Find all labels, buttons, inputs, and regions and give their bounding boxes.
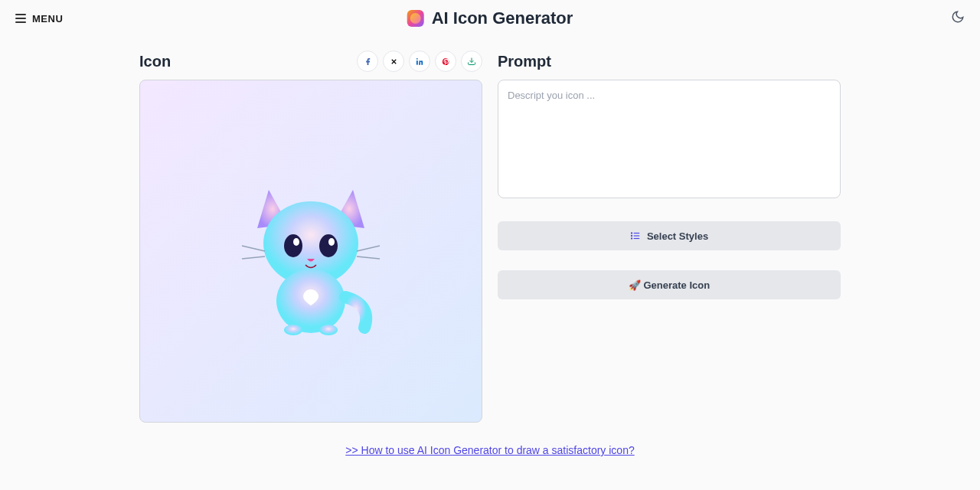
share-facebook[interactable] (357, 51, 378, 72)
select-styles-label: Select Styles (647, 230, 708, 242)
svg-point-19 (631, 238, 632, 239)
facebook-icon (364, 57, 372, 66)
download-button[interactable] (461, 51, 482, 72)
share-pinterest[interactable] (435, 51, 456, 72)
prompt-input[interactable] (498, 80, 841, 198)
svg-point-1 (416, 57, 417, 59)
svg-rect-0 (416, 60, 417, 65)
main: Icon (139, 47, 841, 490)
page-title: AI Icon Generator (432, 8, 573, 28)
share-row (357, 51, 482, 72)
menu-label: MENU (32, 13, 63, 24)
howto-link[interactable]: >> How to use AI Icon Generator to draw … (139, 444, 841, 456)
svg-line-10 (357, 246, 380, 251)
svg-point-4 (284, 234, 302, 257)
svg-point-17 (631, 233, 632, 234)
generate-label: 🚀 Generate Icon (629, 279, 710, 291)
moon-icon (951, 10, 965, 24)
cat-illustration (230, 163, 391, 339)
svg-point-12 (284, 325, 302, 335)
svg-line-8 (242, 246, 265, 251)
svg-point-5 (319, 234, 338, 257)
svg-point-18 (631, 235, 632, 236)
svg-line-11 (357, 256, 380, 259)
icon-preview (139, 80, 482, 423)
prompt-panel: Prompt Select Styles 🚀 Generate Icon (498, 47, 841, 423)
header: MENU AI Icon Generator (0, 0, 980, 37)
hamburger-icon (15, 14, 26, 23)
icon-head: Icon (139, 47, 482, 75)
svg-point-7 (328, 238, 335, 246)
share-linkedin[interactable] (409, 51, 430, 72)
generate-button[interactable]: 🚀 Generate Icon (498, 270, 841, 299)
linkedin-icon (416, 57, 424, 66)
svg-line-9 (242, 256, 265, 259)
icon-label: Icon (139, 53, 171, 70)
list-icon (630, 230, 641, 241)
panels: Icon (139, 47, 841, 423)
title-wrap: AI Icon Generator (407, 8, 573, 28)
menu-button[interactable]: MENU (15, 13, 63, 24)
x-icon (390, 57, 398, 66)
pinterest-icon (442, 57, 450, 66)
svg-point-6 (293, 238, 299, 246)
download-icon (467, 57, 476, 66)
prompt-head: Prompt (498, 47, 841, 75)
icon-panel: Icon (139, 47, 482, 423)
prompt-label: Prompt (498, 53, 551, 70)
share-x[interactable] (383, 51, 404, 72)
dark-mode-toggle[interactable] (951, 10, 965, 27)
svg-point-13 (319, 325, 338, 335)
logo-icon (407, 10, 424, 27)
select-styles-button[interactable]: Select Styles (498, 221, 841, 250)
